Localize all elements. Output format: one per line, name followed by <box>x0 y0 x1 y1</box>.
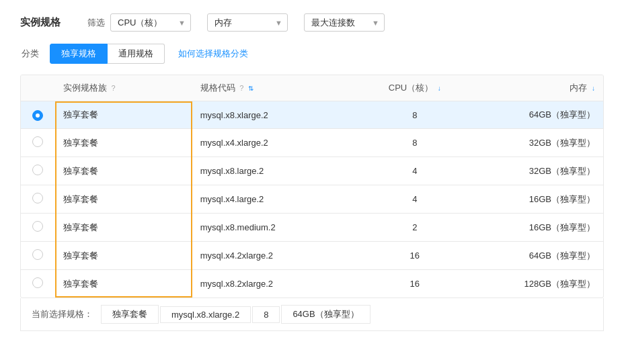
page-container: 实例规格 筛选 CPU（核） ▼ 内存 ▼ <box>0 0 624 345</box>
table-row[interactable]: 独享套餐mysql.x4.2xlarge.21664GB（独享型） <box>21 242 603 270</box>
table-section: 实例规格族 ? 规格代码 ? ⇅ CPU（核） ↓ <box>20 75 604 331</box>
filter-group: 筛选 CPU（核） ▼ 内存 ▼ <box>74 13 395 32</box>
tab-general[interactable]: 通用规格 <box>108 44 165 64</box>
maxconn-select-wrapper: 最大连接数 ▼ <box>304 13 385 32</box>
th-family: 实例规格族 ? <box>55 75 192 101</box>
table-wrapper: 实例规格族 ? 规格代码 ? ⇅ CPU（核） ↓ <box>20 75 604 298</box>
mem-cell: 16GB（独享型） <box>466 214 603 242</box>
radio-cell[interactable] <box>21 242 55 270</box>
cpu-cell: 16 <box>363 270 466 298</box>
table-row[interactable]: 独享套餐mysql.x8.xlarge.2864GB（独享型） <box>21 101 603 129</box>
radio-button[interactable] <box>32 110 43 121</box>
code-cell: mysql.x8.2xlarge.2 <box>192 270 364 298</box>
table-head: 实例规格族 ? 规格代码 ? ⇅ CPU（核） ↓ <box>21 75 603 101</box>
help-link[interactable]: 如何选择规格分类 <box>178 48 248 60</box>
code-sort-icon[interactable]: ⇅ <box>248 85 254 92</box>
tab-group: 独享规格 通用规格 <box>50 44 165 64</box>
mem-sort-icon[interactable]: ↓ <box>592 85 595 92</box>
radio-button[interactable] <box>32 136 43 147</box>
code-cell: mysql.x4.2xlarge.2 <box>192 242 364 270</box>
cpu-cell: 4 <box>363 185 466 214</box>
bottom-cpu-value: 8 <box>252 306 280 323</box>
radio-cell[interactable] <box>21 157 55 185</box>
filter-maxconn-item: 最大连接数 ▼ <box>299 13 385 32</box>
mem-cell: 128GB（独享型） <box>466 270 603 298</box>
table-row[interactable]: 独享套餐mysql.x4.large.2416GB（独享型） <box>21 185 603 214</box>
bottom-current-label: 当前选择规格： <box>32 308 93 320</box>
bottom-family-value: 独享套餐 <box>101 305 159 324</box>
radio-cell[interactable] <box>21 129 55 157</box>
tab-exclusive[interactable]: 独享规格 <box>50 44 108 64</box>
mem-cell: 32GB（独享型） <box>466 157 603 185</box>
spec-table: 实例规格族 ? 规格代码 ? ⇅ CPU（核） ↓ <box>21 75 603 298</box>
th-code: 规格代码 ? ⇅ <box>192 75 364 101</box>
cpu-cell: 8 <box>363 129 466 157</box>
radio-cell[interactable] <box>21 214 55 242</box>
table-row[interactable]: 独享套餐mysql.x8.medium.2216GB（独享型） <box>21 214 603 242</box>
radio-button[interactable] <box>32 193 43 203</box>
family-help-icon[interactable]: ? <box>112 84 116 92</box>
th-check <box>21 75 55 101</box>
th-mem: 内存 ↓ <box>466 75 603 101</box>
radio-button[interactable] <box>32 249 43 260</box>
table-row[interactable]: 独享套餐mysql.x8.large.2432GB（独享型） <box>21 157 603 185</box>
radio-cell[interactable] <box>21 185 55 214</box>
radio-button[interactable] <box>32 165 43 175</box>
table-row[interactable]: 独享套餐mysql.x8.2xlarge.216128GB（独享型） <box>21 270 603 298</box>
family-cell: 独享套餐 <box>55 242 192 270</box>
table-row[interactable]: 独享套餐mysql.x4.xlarge.2832GB（独享型） <box>21 129 603 157</box>
maxconn-select[interactable]: 最大连接数 <box>304 13 385 32</box>
filter-mem-item: 内存 ▼ <box>202 13 288 32</box>
mem-cell: 16GB（独享型） <box>466 185 603 214</box>
cpu-select-wrapper: CPU（核） ▼ <box>110 13 191 32</box>
code-cell: mysql.x4.large.2 <box>192 185 364 214</box>
header-row: 实例规格 筛选 CPU（核） ▼ 内存 ▼ <box>20 13 604 32</box>
code-cell: mysql.x4.xlarge.2 <box>192 129 364 157</box>
family-cell: 独享套餐 <box>55 185 192 214</box>
family-cell: 独享套餐 <box>55 157 192 185</box>
bottom-code-value: mysql.x8.xlarge.2 <box>160 306 251 323</box>
cpu-select[interactable]: CPU（核） <box>110 13 191 32</box>
mem-cell: 64GB（独享型） <box>466 242 603 270</box>
category-label: 分类 <box>22 48 39 60</box>
mem-cell: 64GB（独享型） <box>466 101 603 129</box>
cpu-cell: 8 <box>363 101 466 129</box>
code-cell: mysql.x8.medium.2 <box>192 214 364 242</box>
cpu-cell: 16 <box>363 242 466 270</box>
radio-cell[interactable] <box>21 270 55 298</box>
family-cell: 独享套餐 <box>55 129 192 157</box>
category-row: 分类 独享规格 通用规格 如何选择规格分类 <box>22 44 604 64</box>
mem-select[interactable]: 内存 <box>207 13 288 32</box>
th-cpu: CPU（核） ↓ <box>363 75 466 101</box>
bottom-mem-value: 64GB（独享型） <box>281 305 370 324</box>
radio-cell[interactable] <box>21 101 55 129</box>
filter-cpu-item: CPU（核） ▼ <box>105 13 191 32</box>
family-cell: 独享套餐 <box>55 101 192 129</box>
code-cell: mysql.x8.xlarge.2 <box>192 101 364 129</box>
radio-inner-dot <box>36 113 40 118</box>
code-help-icon[interactable]: ? <box>239 84 243 92</box>
radio-button[interactable] <box>32 277 43 288</box>
cpu-sort-icon[interactable]: ↓ <box>438 85 441 92</box>
cpu-cell: 2 <box>363 214 466 242</box>
radio-button[interactable] <box>32 221 43 232</box>
bottom-bar: 当前选择规格： 独享套餐 mysql.x8.xlarge.2 8 64GB（独享… <box>20 298 604 331</box>
cpu-cell: 4 <box>363 157 466 185</box>
mem-select-wrapper: 内存 ▼ <box>207 13 288 32</box>
family-cell: 独享套餐 <box>55 270 192 298</box>
table-body: 独享套餐mysql.x8.xlarge.2864GB（独享型）独享套餐mysql… <box>21 101 603 298</box>
filter-label: 筛选 <box>87 17 105 29</box>
code-cell: mysql.x8.large.2 <box>192 157 364 185</box>
family-cell: 独享套餐 <box>55 214 192 242</box>
mem-cell: 32GB（独享型） <box>466 129 603 157</box>
page-title: 实例规格 <box>20 16 74 29</box>
